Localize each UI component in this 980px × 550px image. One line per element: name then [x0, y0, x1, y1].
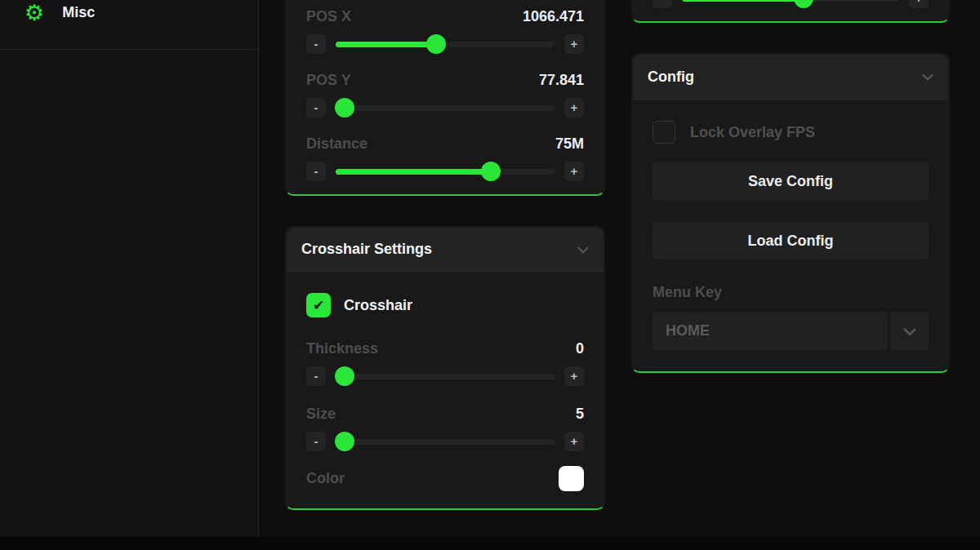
slider-group-distance: Distance 75M - + [306, 134, 584, 181]
pos-x-value: 1066.471 [523, 8, 584, 25]
pos-y-label: POS Y [306, 72, 351, 89]
pos-x-minus-button[interactable]: - [306, 34, 326, 54]
thickness-label: Thickness [306, 340, 378, 357]
pos-x-slider-thumb[interactable] [426, 34, 446, 54]
menu-key-label: Menu Key [653, 284, 722, 301]
size-slider-thumb[interactable] [335, 432, 354, 451]
chevron-down-icon [902, 323, 918, 339]
pos-y-plus-button[interactable]: + [564, 98, 584, 118]
config-panel: Config Lock Overlay FPS Save Config Load… [631, 53, 950, 373]
crosshair-checkbox-row[interactable]: ✔ Crosshair [306, 293, 584, 317]
color-row: Color [306, 466, 584, 491]
menu-key-field[interactable]: HOME [653, 312, 888, 350]
save-config-button[interactable]: Save Config [653, 162, 929, 201]
slider-group-thickness: Thickness 0 - + [306, 339, 584, 386]
config-title: Config [648, 69, 694, 86]
partial-slider-thumb[interactable] [794, 0, 813, 8]
distance-value: 75M [555, 135, 584, 153]
thickness-value: 0 [576, 340, 584, 357]
slider-group-size: Size 5 - + [306, 404, 584, 451]
pos-x-slider[interactable] [336, 34, 555, 54]
crosshair-checkbox[interactable]: ✔ [306, 293, 331, 317]
size-label: Size [306, 406, 336, 423]
partial-top-panel: - + [631, 0, 950, 23]
distance-slider[interactable] [336, 162, 555, 181]
bottom-bar [0, 537, 980, 550]
size-plus-button[interactable]: + [564, 432, 584, 451]
crosshair-settings-header[interactable]: Crosshair Settings [287, 228, 604, 272]
load-config-button[interactable]: Load Config [653, 222, 929, 259]
distance-minus-button[interactable]: - [306, 162, 326, 181]
lock-overlay-fps-row[interactable]: Lock Overlay FPS [653, 121, 929, 144]
sidebar: ⚙ Misc [0, 0, 259, 537]
thickness-slider-thumb[interactable] [335, 366, 354, 386]
pos-y-value: 77.841 [539, 72, 584, 89]
color-label: Color [306, 470, 345, 487]
pos-y-slider[interactable] [336, 98, 555, 118]
thickness-plus-button[interactable]: + [564, 366, 584, 386]
sidebar-item-misc[interactable]: ⚙ Misc [0, 0, 258, 24]
sidebar-item-label: Misc [62, 4, 95, 21]
distance-label: Distance [306, 135, 368, 153]
sidebar-divider [0, 49, 259, 50]
gear-icon: ⚙ [24, 2, 44, 24]
chevron-down-icon [920, 69, 935, 84]
pos-x-plus-button[interactable]: + [564, 34, 584, 54]
crosshair-checkbox-label: Crosshair [344, 297, 412, 314]
menu-key-value: HOME [666, 322, 710, 339]
crosshair-settings-title: Crosshair Settings [301, 241, 432, 258]
partial-plus-button[interactable]: + [909, 0, 929, 8]
size-value: 5 [576, 406, 584, 423]
pos-y-minus-button[interactable]: - [306, 98, 326, 118]
partial-slider[interactable] [682, 0, 899, 8]
distance-plus-button[interactable]: + [564, 162, 584, 181]
chevron-down-icon [576, 242, 590, 257]
menu-key-dropdown-button[interactable] [890, 312, 929, 350]
lock-overlay-fps-label: Lock Overlay FPS [690, 124, 815, 141]
menu-key-dropdown: HOME [653, 312, 929, 350]
thickness-minus-button[interactable]: - [306, 366, 326, 386]
size-slider[interactable] [336, 432, 555, 451]
check-icon: ✔ [313, 297, 324, 313]
color-swatch[interactable] [559, 466, 584, 491]
pos-x-label: POS X [306, 8, 351, 25]
pos-y-slider-thumb[interactable] [335, 98, 354, 118]
position-panel: POS X 1066.471 - + POS Y 77.841 - + [285, 0, 605, 196]
distance-slider-thumb[interactable] [481, 162, 501, 181]
crosshair-settings-panel: Crosshair Settings ✔ Crosshair Thickness… [285, 226, 605, 510]
config-header[interactable]: Config [633, 55, 948, 100]
slider-group-pos-y: POS Y 77.841 - + [306, 70, 584, 118]
partial-minus-button[interactable]: - [653, 0, 672, 8]
slider-group-pos-x: POS X 1066.471 - + [306, 7, 584, 54]
thickness-slider[interactable] [336, 366, 555, 386]
size-minus-button[interactable]: - [306, 432, 326, 451]
lock-overlay-fps-checkbox[interactable] [653, 121, 675, 144]
